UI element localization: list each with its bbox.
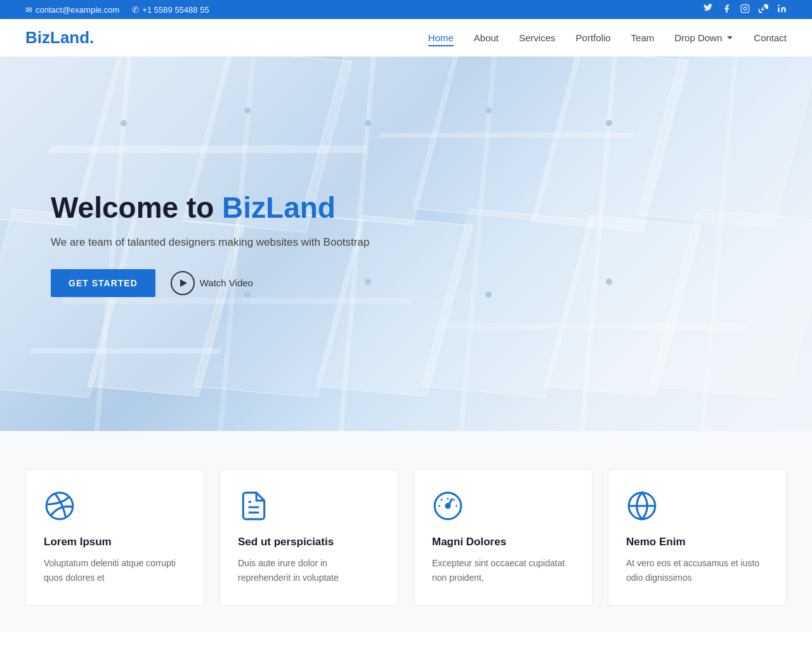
watch-video-label: Watch Video [200,277,253,288]
hero-actions: GET STARTED Watch Video [51,269,369,297]
nav-link-about[interactable]: About [474,32,499,43]
feature-desc-0: Voluptatum deleniti atque corrupti quos … [44,556,186,585]
phone-contact: ✆ +1 5589 55488 55 [132,5,209,15]
get-started-button[interactable]: GET STARTED [51,269,155,297]
svg-rect-0 [741,4,749,13]
speedometer-icon [432,490,464,522]
svg-point-7 [446,504,450,508]
dribbble-icon [44,490,75,522]
instagram-link[interactable] [740,4,750,15]
nav-item-portfolio: Portfolio [576,32,611,44]
nav-link-team[interactable]: Team [631,32,655,43]
play-icon [171,271,195,295]
hero-content: Welcome to BizLand We are team of talant… [0,190,420,296]
nav-link-dropdown[interactable]: Drop Down [674,32,733,43]
feature-title-1: Sed ut perspiciatis [238,536,380,548]
feature-desc-2: Excepteur sint occaecat cupidatat non pr… [432,556,574,585]
skype-link[interactable] [759,4,768,15]
watch-video-link[interactable]: Watch Video [171,271,253,295]
hero-heading-prefix: Welcome to [51,191,222,224]
svg-point-1 [743,7,747,10]
hero-section: Welcome to BizLand We are team of talant… [0,56,812,431]
feature-desc-1: Duis aute irure dolor in reprehenderit i… [238,556,380,585]
linkedin-icon [777,4,787,13]
linkedin-link[interactable] [777,4,787,15]
nav-item-home: Home [428,32,454,44]
hero-heading-brand: BizLand [222,191,336,224]
globe-icon [626,490,658,522]
chevron-down-icon [726,34,733,41]
logo-dot: . [89,28,94,47]
topbar: ✉ contact@example.com ✆ +1 5589 55488 55 [0,0,812,19]
svg-point-2 [747,6,747,6]
navbar: BizLand. Home About Services Portfolio T… [0,19,812,56]
feature-title-0: Lorem Ipsum [44,536,186,548]
document-icon [238,490,270,522]
features-grid: Lorem Ipsum Voluptatum deleniti atque co… [25,469,787,606]
feature-title-2: Magni Dolores [432,536,574,548]
hero-subheading: We are team of talanted designers making… [51,236,369,249]
feature-card-3: Nemo Enim At vero eos et accusamus et iu… [608,469,787,606]
feature-title-3: Nemo Enim [626,536,768,548]
svg-point-3 [778,4,780,6]
topbar-contact: ✉ contact@example.com ✆ +1 5589 55488 55 [25,5,209,15]
nav-link-home[interactable]: Home [428,32,454,46]
email-text: contact@example.com [36,5,119,15]
instagram-icon [740,4,750,13]
logo[interactable]: BizLand. [25,28,94,48]
nav-menu: Home About Services Portfolio Team Drop … [428,32,787,44]
twitter-icon [704,4,713,13]
nav-item-services: Services [519,32,556,44]
logo-text: BizLand [25,28,89,47]
email-icon: ✉ [25,5,32,15]
skype-icon [759,4,768,13]
feature-card-1: Sed ut perspiciatis Duis aute irure dolo… [219,469,398,606]
email-contact: ✉ contact@example.com [25,5,119,15]
phone-icon: ✆ [132,5,139,15]
nav-link-portfolio[interactable]: Portfolio [576,32,611,43]
social-links [704,4,787,15]
nav-item-about: About [474,32,499,44]
hero-heading: Welcome to BizLand [51,190,369,225]
nav-link-services[interactable]: Services [519,32,556,43]
twitter-link[interactable] [704,4,713,15]
facebook-link[interactable] [722,4,731,15]
nav-item-dropdown: Drop Down [674,32,733,43]
features-section: Lorem Ipsum Voluptatum deleniti atque co… [0,431,812,632]
nav-link-contact[interactable]: Contact [754,32,787,43]
feature-card-0: Lorem Ipsum Voluptatum deleniti atque co… [25,469,204,606]
nav-item-team: Team [631,32,655,44]
dropdown-label: Drop Down [674,32,722,43]
nav-item-contact: Contact [754,32,787,44]
feature-desc-3: At vero eos et accusamus et iusto odio d… [626,556,768,585]
phone-text: +1 5589 55488 55 [142,5,209,15]
feature-card-2: Magni Dolores Excepteur sint occaecat cu… [414,469,593,606]
facebook-icon [722,4,731,13]
